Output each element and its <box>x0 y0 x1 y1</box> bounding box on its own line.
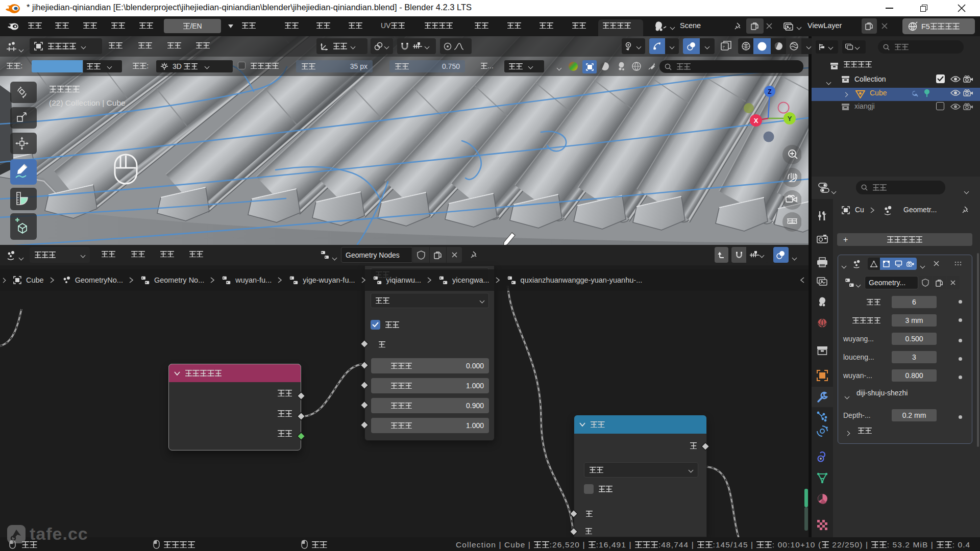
svg-text:X: X <box>754 117 758 124</box>
svg-text:Y: Y <box>788 115 792 122</box>
svg-text:Z: Z <box>768 88 771 95</box>
